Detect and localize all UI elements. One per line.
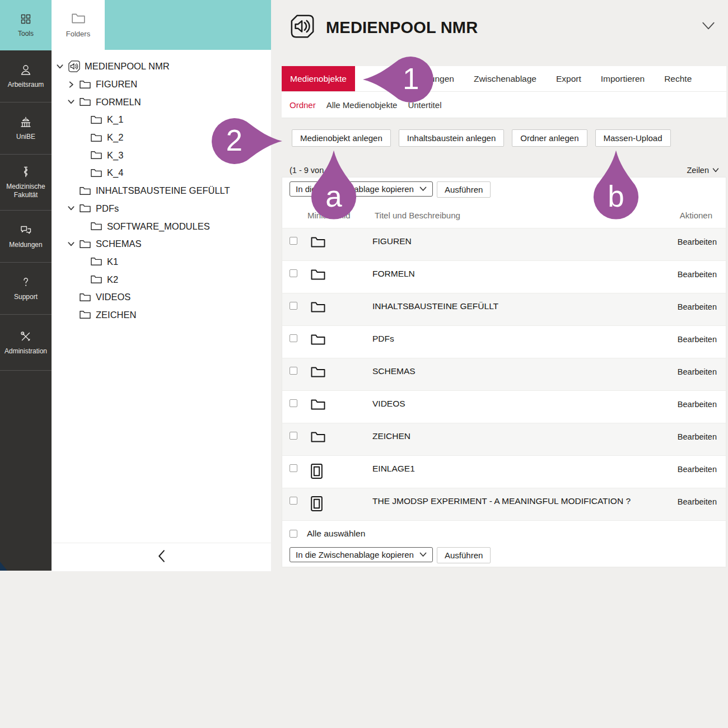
row-checkbox[interactable] (290, 334, 297, 342)
chevron-down-icon[interactable] (67, 204, 79, 212)
sidebar-item-label: Tools (18, 30, 34, 38)
action-select[interactable]: In die Zwischenablage kopieren (290, 547, 433, 562)
row-checkbox[interactable] (290, 464, 297, 472)
sidebar-item-support[interactable]: Support (0, 263, 52, 315)
row-checkbox[interactable] (290, 302, 297, 310)
folder-icon (79, 186, 96, 196)
question-icon (19, 276, 32, 289)
tree-item-schemas[interactable]: SCHEMAS (52, 235, 271, 253)
panel-header-band (105, 0, 271, 50)
tree-item-k-4[interactable]: K_4 (52, 164, 271, 182)
row-checkbox[interactable] (290, 497, 297, 505)
tree-panel-footer (52, 543, 271, 571)
table-row: ZEICHENBearbeiten (282, 423, 726, 455)
row-title[interactable]: EINLAGE1 (368, 464, 678, 474)
document-icon (305, 496, 368, 514)
tree-item-label: SOFTWARE_MODULES (107, 221, 210, 232)
tree-item-figuren[interactable]: FIGUREN (52, 76, 271, 94)
subtab-untertitel[interactable]: Untertitel (408, 100, 441, 110)
tree-item-label: K_3 (107, 150, 123, 161)
row-title[interactable]: THE JMODSP EXPERIMENT - A MEANINGFUL MOD… (368, 496, 678, 506)
tab-zwischenablage[interactable]: Zwischenablage (474, 66, 536, 91)
row-checkbox[interactable] (290, 237, 297, 245)
chevron-down-icon[interactable] (67, 98, 79, 106)
tree-item-k-2[interactable]: K_2 (52, 129, 271, 147)
button-medienobjekt-anlegen[interactable]: Medienobjekt anlegen (292, 129, 391, 147)
sidebar-item-label: Support (14, 293, 38, 301)
table-row: EINLAGE1Bearbeiten (282, 455, 726, 488)
row-title[interactable]: VIDEOS (368, 399, 678, 409)
tree-item-k-3[interactable]: K_3 (52, 146, 271, 164)
chevron-down-icon[interactable] (67, 240, 79, 248)
sidebar-item-medizinische-fakult-t[interactable]: Medizinische Fakultät (0, 155, 52, 211)
row-title[interactable]: INHALTSBAUSTEINE GEFÜLLT (368, 301, 678, 311)
tree-item-k2[interactable]: K2 (52, 270, 271, 288)
university-icon (19, 115, 32, 129)
tab-ungen[interactable]: ungen (430, 66, 454, 91)
sidebar-item-meldungen[interactable]: Meldungen (0, 211, 52, 263)
tree-item-pdfs[interactable]: PDFs (52, 200, 271, 218)
tab-folders[interactable]: Folders (52, 0, 105, 50)
tree-item-medienpool-nmr[interactable]: MEDIENPOOL NMR (52, 58, 271, 76)
row-checkbox[interactable] (290, 399, 297, 407)
chevron-down-icon[interactable] (56, 63, 68, 71)
rows-dropdown-label: Zeilen (687, 166, 710, 175)
row-checkbox[interactable] (290, 367, 297, 375)
row-title[interactable]: SCHEMAS (368, 366, 678, 376)
edit-link[interactable]: Bearbeiten (678, 432, 726, 441)
edit-link[interactable]: Bearbeiten (678, 465, 726, 474)
select-all-checkbox[interactable] (290, 530, 297, 538)
button-inhaltsbaustein-anlegen[interactable]: Inhaltsbaustein anlegen (399, 129, 504, 147)
execute-button[interactable]: Ausführen (437, 547, 491, 563)
sidebar-item-unibe[interactable]: UniBE (0, 102, 52, 155)
table-header: Miniaturbild Titel und Beschreibung Akti… (282, 202, 726, 228)
edit-link[interactable]: Bearbeiten (678, 335, 726, 344)
sidebar-item-arbeitsraum[interactable]: Arbeitsraum (0, 50, 52, 102)
execute-button[interactable]: Ausführen (437, 181, 491, 198)
tree-item-label: K_2 (107, 132, 123, 143)
folder-icon (305, 301, 368, 316)
row-title[interactable]: FIGUREN (368, 236, 678, 246)
folders-tab-label: Folders (66, 30, 90, 38)
sidebar-item-label: Medizinische Fakultät (2, 183, 50, 199)
tree-item-label: K_4 (107, 167, 123, 178)
row-title[interactable]: FORMELN (368, 269, 678, 279)
chevron-right-icon[interactable] (67, 81, 79, 88)
edit-link[interactable]: Bearbeiten (678, 270, 726, 279)
edit-link[interactable]: Bearbeiten (678, 367, 726, 376)
row-checkbox[interactable] (290, 432, 297, 440)
tree-item-zeichen[interactable]: ZEICHEN (52, 306, 271, 324)
sidebar-item-administration[interactable]: Administration (0, 315, 52, 371)
edit-link[interactable]: Bearbeiten (678, 302, 726, 311)
page-title: MEDIENPOOL NMR (326, 18, 478, 37)
tree-item-formeln[interactable]: FORMELN (52, 93, 271, 111)
tab-importieren[interactable]: Importieren (601, 66, 645, 91)
row-checkbox[interactable] (290, 269, 297, 277)
tree-item-k-1[interactable]: K_1 (52, 111, 271, 129)
tree-item-software-modules[interactable]: SOFTWARE_MODULES (52, 217, 271, 235)
header-chevron-down-icon[interactable] (701, 20, 716, 34)
edit-link[interactable]: Bearbeiten (678, 237, 726, 246)
row-title[interactable]: ZEICHEN (368, 431, 678, 441)
button-ordner-anlegen[interactable]: Ordner anlegen (512, 129, 587, 147)
tree-item-videos[interactable]: VIDEOS (52, 288, 271, 306)
tab-medienobjekte[interactable]: Medienobjekte (282, 66, 355, 91)
row-title[interactable]: PDFs (368, 334, 678, 344)
rows-dropdown[interactable]: Zeilen (687, 166, 720, 175)
edit-link[interactable]: Bearbeiten (678, 497, 726, 506)
button-massen-upload[interactable]: Massen-Upload (595, 129, 671, 147)
sidebar-item-tools[interactable]: Tools (0, 0, 52, 50)
edit-link[interactable]: Bearbeiten (678, 400, 726, 409)
folder-icon (90, 256, 107, 267)
folder-icon (305, 366, 368, 381)
folders-panel: Folders MEDIENPOOL NMRFIGURENFORMELNK_1K… (52, 0, 271, 571)
collapse-panel-chevron-icon[interactable] (157, 549, 166, 565)
subtab-ordner[interactable]: Ordner (290, 100, 316, 110)
action-select[interactable]: In die Zwischenablage kopieren (290, 181, 433, 197)
tree-item-k1[interactable]: K1 (52, 253, 271, 271)
tab-export[interactable]: Export (556, 66, 581, 91)
column-title: Titel und Beschreibung (370, 211, 680, 220)
tree-item-inhaltsbausteine-gef-llt[interactable]: INHALTSBAUSTEINE GEFÜLLT (52, 182, 271, 200)
tab-rechte[interactable]: Rechte (664, 66, 692, 91)
subtab-alle-medienobjekte[interactable]: Alle Medienobjekte (326, 100, 398, 110)
